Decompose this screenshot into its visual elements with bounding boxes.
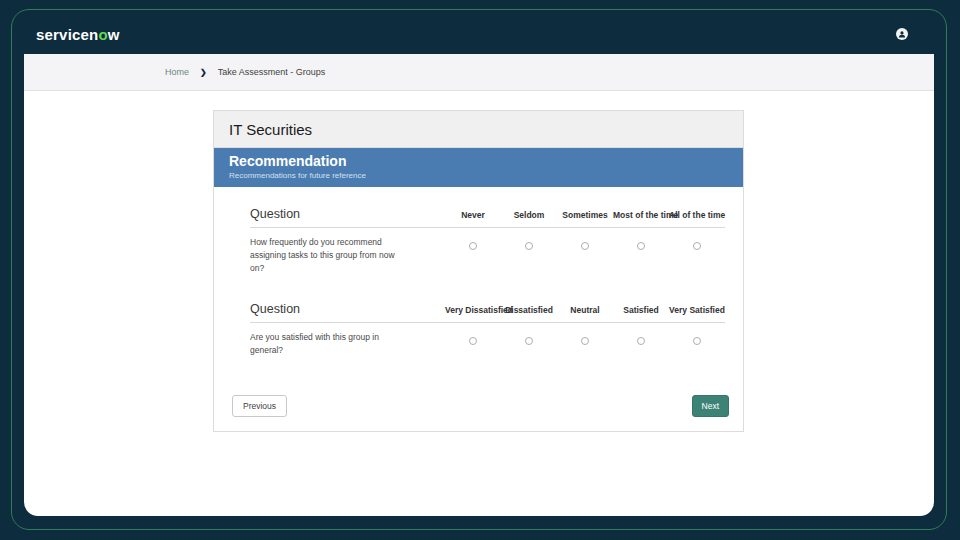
app-window: servicenow Home ❯ Take Assessment - Grou… xyxy=(24,14,934,516)
breadcrumb-current: Take Assessment - Groups xyxy=(218,67,326,77)
chevron-right-icon: ❯ xyxy=(200,68,207,77)
option-column-header: Very Satisfied xyxy=(669,305,725,315)
option-column-header: All of the time xyxy=(669,210,725,220)
q2-radio-very-satisfied[interactable] xyxy=(693,337,701,345)
option-column-header: Dissatisfied xyxy=(501,305,557,315)
section-title: Recommendation xyxy=(229,153,728,169)
servicenow-logo[interactable]: servicenow xyxy=(36,26,120,43)
card-body: Question Never Seldom Sometimes Most of … xyxy=(214,187,743,431)
table-header-row: Question Very Dissatisfied Dissatisfied … xyxy=(250,302,725,323)
q2-radio-dissatisfied[interactable] xyxy=(525,337,533,345)
option-column-header: Sometimes xyxy=(557,210,613,220)
question-table-frequency: Question Never Seldom Sometimes Most of … xyxy=(250,207,725,274)
q2-radio-neutral[interactable] xyxy=(581,337,589,345)
logo-text-suffix: w xyxy=(108,26,120,43)
assessment-title: IT Securities xyxy=(229,121,312,138)
assessment-title-bar: IT Securities xyxy=(214,111,743,148)
q1-radio-most-of-the-time[interactable] xyxy=(637,242,645,250)
table-header-row: Question Never Seldom Sometimes Most of … xyxy=(250,207,725,228)
assessment-card: IT Securities Recommendation Recommendat… xyxy=(213,110,744,432)
question-text: How frequently do you recommend assignin… xyxy=(250,236,445,274)
app-header: servicenow xyxy=(24,14,934,54)
option-column-header: Never xyxy=(445,210,501,220)
logo-green-o: o xyxy=(98,26,107,43)
previous-button[interactable]: Previous xyxy=(232,395,287,418)
q2-radio-satisfied[interactable] xyxy=(637,337,645,345)
user-avatar-icon[interactable] xyxy=(896,28,908,40)
option-column-header: Satisfied xyxy=(613,305,669,315)
content-area: IT Securities Recommendation Recommendat… xyxy=(24,91,934,516)
option-column-header: Most of the time xyxy=(613,210,669,220)
q1-radio-sometimes[interactable] xyxy=(581,242,589,250)
browser-frame: servicenow Home ❯ Take Assessment - Grou… xyxy=(0,0,960,540)
question-row: How frequently do you recommend assignin… xyxy=(250,228,725,274)
q1-radio-never[interactable] xyxy=(469,242,477,250)
breadcrumb: Home ❯ Take Assessment - Groups xyxy=(24,54,934,91)
question-column-header: Question xyxy=(250,207,445,221)
question-row: Are you satisfied with this group in gen… xyxy=(250,323,725,357)
section-subtitle: Recommendations for future reference xyxy=(229,171,728,180)
question-table-satisfaction: Question Very Dissatisfied Dissatisfied … xyxy=(250,302,725,357)
q2-radio-very-dissatisfied[interactable] xyxy=(469,337,477,345)
breadcrumb-home-link[interactable]: Home xyxy=(165,67,189,77)
option-column-header: Very Dissatisfied xyxy=(445,305,501,315)
section-banner: Recommendation Recommendations for futur… xyxy=(214,148,743,187)
next-button[interactable]: Next xyxy=(692,395,729,418)
logo-text-prefix: servicen xyxy=(36,26,98,43)
option-column-header: Seldom xyxy=(501,210,557,220)
question-column-header: Question xyxy=(250,302,445,316)
q1-radio-seldom[interactable] xyxy=(525,242,533,250)
question-text: Are you satisfied with this group in gen… xyxy=(250,331,445,357)
option-column-header: Neutral xyxy=(557,305,613,315)
actions-row: Previous Next xyxy=(230,395,729,418)
q1-radio-all-of-the-time[interactable] xyxy=(693,242,701,250)
user-silhouette-icon xyxy=(898,30,906,38)
